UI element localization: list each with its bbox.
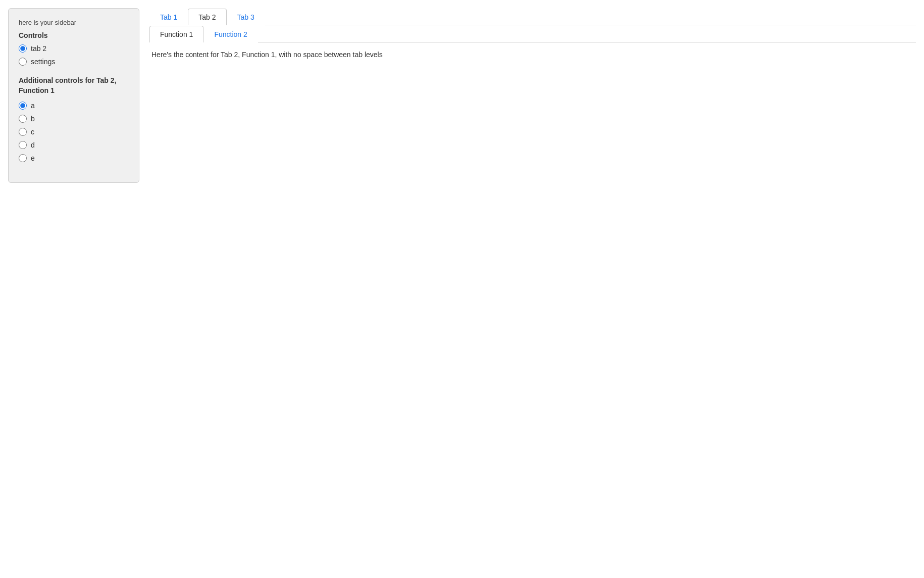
sidebar-intro: here is your sidebar xyxy=(19,19,129,26)
content-text: Here's the content for Tab 2, Function 1… xyxy=(151,51,914,59)
sidebar: here is your sidebar Controls tab 2 sett… xyxy=(8,8,139,183)
top-tabs: Tab 1 Tab 2 Tab 3 xyxy=(149,8,916,25)
tab-content-area: Here's the content for Tab 2, Function 1… xyxy=(149,42,916,67)
radio-tab2-input[interactable] xyxy=(19,44,27,53)
sub-tab-function2[interactable]: Function 2 xyxy=(203,26,258,42)
radio-tab2-label: tab 2 xyxy=(31,44,46,53)
radio-b-input[interactable] xyxy=(19,115,27,123)
controls-title: Controls xyxy=(19,31,129,39)
tab-3[interactable]: Tab 3 xyxy=(227,9,265,25)
main-content: Tab 1 Tab 2 Tab 3 Function 1 Function 2 … xyxy=(149,8,916,183)
radio-e-label: e xyxy=(31,154,35,162)
radio-d-input[interactable] xyxy=(19,141,27,149)
radio-d[interactable]: d xyxy=(19,141,129,149)
radio-e[interactable]: e xyxy=(19,154,129,162)
radio-settings[interactable]: settings xyxy=(19,58,129,66)
sub-tab-function1[interactable]: Function 1 xyxy=(149,26,203,42)
radio-c[interactable]: c xyxy=(19,128,129,136)
radio-d-label: d xyxy=(31,141,35,149)
radio-a[interactable]: a xyxy=(19,102,129,110)
controls-radio-group: tab 2 settings xyxy=(19,44,129,66)
radio-b[interactable]: b xyxy=(19,115,129,123)
radio-settings-input[interactable] xyxy=(19,58,27,66)
radio-a-input[interactable] xyxy=(19,102,27,110)
tab-1[interactable]: Tab 1 xyxy=(149,9,188,25)
sub-tabs: Function 1 Function 2 xyxy=(149,25,916,42)
radio-b-label: b xyxy=(31,115,35,123)
additional-radio-group: a b c d e xyxy=(19,102,129,162)
radio-a-label: a xyxy=(31,102,35,110)
radio-e-input[interactable] xyxy=(19,154,27,162)
additional-controls-title: Additional controls for Tab 2, Function … xyxy=(19,76,129,95)
radio-settings-label: settings xyxy=(31,58,55,66)
radio-c-label: c xyxy=(31,128,34,136)
tab-2[interactable]: Tab 2 xyxy=(188,9,226,25)
radio-c-input[interactable] xyxy=(19,128,27,136)
radio-tab2[interactable]: tab 2 xyxy=(19,44,129,53)
